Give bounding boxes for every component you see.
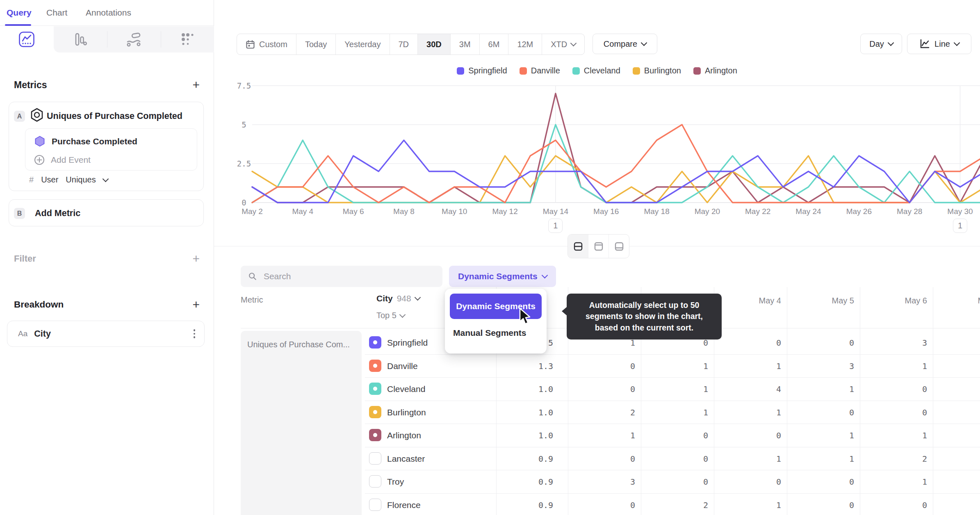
range-7d[interactable]: 7D <box>390 34 418 55</box>
chevron-down-icon <box>888 40 894 46</box>
segment-checkbox-lancaster[interactable] <box>369 452 381 465</box>
tab-annotations[interactable]: Annotations <box>86 8 131 18</box>
legend-swatch <box>520 67 527 75</box>
metric-cell-label: Uniques of Purchase Com... <box>247 340 350 349</box>
range-30d[interactable]: 30D <box>417 34 450 55</box>
column-header-may6: May 6 <box>874 296 927 305</box>
event-row[interactable]: Purchase Completed <box>34 135 137 148</box>
legend-swatch <box>693 67 701 75</box>
segment-name: Troy <box>387 477 404 487</box>
group-by-header[interactable]: City 948 <box>376 294 420 303</box>
layout-toggle-group <box>567 234 629 258</box>
measured-as-dropdown[interactable]: # User Uniques <box>29 175 108 185</box>
segment-name: Florence <box>387 500 421 510</box>
legend-label: Burlington <box>644 66 681 75</box>
segment-avg-value: 0.9 <box>496 454 553 464</box>
search-icon <box>248 271 257 281</box>
add-breakdown-plus-button[interactable]: + <box>192 299 200 311</box>
metric-column-header: Metric <box>241 295 263 305</box>
x-axis-label: May 20 <box>689 207 726 216</box>
annotation-chip[interactable]: 1 <box>953 219 967 233</box>
tab-chart[interactable]: Chart <box>46 8 67 18</box>
segment-day-value: 0 <box>582 500 635 510</box>
segment-checkbox-troy[interactable] <box>369 475 381 488</box>
chevron-down-icon <box>399 311 406 318</box>
segment-checkbox-florence[interactable] <box>369 499 381 511</box>
range-12m[interactable]: 12M <box>508 34 542 55</box>
legend-item-springfield[interactable]: Springfield <box>457 66 507 75</box>
segment-name: Burlington <box>387 408 426 417</box>
query-sidebar: Query Chart Annotations <box>0 0 214 515</box>
compare-button[interactable]: Compare <box>593 34 657 54</box>
chart-type-stickiness-button[interactable] <box>161 26 214 52</box>
chart-type-button[interactable]: Line <box>907 34 971 54</box>
chart-type-bar-button[interactable] <box>54 26 107 52</box>
add-event-label: Add Event <box>51 155 91 165</box>
layout-toggle-bottom-bar[interactable] <box>609 235 629 258</box>
segment-checkbox-cleveland[interactable] <box>369 383 381 395</box>
kebab-icon[interactable] <box>194 329 196 338</box>
tab-query[interactable]: Query <box>7 8 32 18</box>
metric-card-b[interactable]: B Add Metric <box>9 199 204 226</box>
x-axis-label: May 30 <box>941 207 978 216</box>
layout-toggle-split-horizontal[interactable] <box>568 235 588 258</box>
segment-avg-value: 1.0 <box>496 431 553 440</box>
metric-badge-b: B <box>14 208 25 219</box>
segment-day-value: 1 <box>801 454 854 464</box>
legend-label: Danville <box>531 66 560 75</box>
chart-type-flow-button[interactable] <box>107 26 160 52</box>
row-border <box>365 424 980 424</box>
top-filter-dropdown[interactable]: Top 5 <box>376 311 405 320</box>
metric-a-title[interactable]: Uniques of Purchase Completed <box>47 111 182 121</box>
hash-icon: # <box>29 175 34 185</box>
column-header-may5: May 5 <box>801 296 854 305</box>
search-input[interactable] <box>263 271 435 282</box>
app: Query Chart Annotations <box>0 0 980 515</box>
segment-day-value: 1 <box>655 408 708 417</box>
chart-legend: SpringfieldDanvilleClevelandBurlingtonAr… <box>214 66 980 75</box>
segment-day-value: 0 <box>801 338 854 348</box>
legend-item-danville[interactable]: Danville <box>520 66 560 75</box>
flow-icon <box>125 31 142 48</box>
layout-toggle-top-bar[interactable] <box>588 235 609 258</box>
segment-day-value: 1 <box>874 477 927 487</box>
segment-checkbox-danville[interactable] <box>369 360 381 372</box>
chevron-down-icon <box>641 40 647 46</box>
dropdown-option-manual-segments[interactable]: Manual Segments <box>453 328 526 338</box>
legend-item-burlington[interactable]: Burlington <box>633 66 681 75</box>
segment-mode-dropdown-trigger[interactable]: Dynamic Segments <box>449 266 556 287</box>
metric-cell-panel: Uniques of Purchase Com... <box>241 331 362 515</box>
segment-day-value: 1 <box>874 361 927 371</box>
breakdown-item-city[interactable]: Aa City <box>7 321 205 347</box>
filter-header: Filter + <box>14 253 200 265</box>
filter-title: Filter <box>14 253 36 264</box>
chart-type-line-button[interactable] <box>0 26 53 52</box>
segment-checkbox-burlington[interactable] <box>369 406 381 418</box>
row-border <box>365 377 980 378</box>
row-border <box>365 470 980 470</box>
range-3m[interactable]: 3M <box>450 34 479 55</box>
calendar-icon <box>246 40 255 49</box>
range-today[interactable]: Today <box>296 34 335 55</box>
segment-search[interactable] <box>241 266 442 287</box>
range-6m[interactable]: 6M <box>479 34 508 55</box>
segment-checkbox-springfield[interactable] <box>369 336 381 349</box>
range-xtd[interactable]: XTD <box>542 34 584 55</box>
legend-item-arlington[interactable]: Arlington <box>693 66 737 75</box>
metrics-header: Metrics + <box>14 79 200 91</box>
segment-checkbox-arlington[interactable] <box>369 429 381 441</box>
legend-label: Cleveland <box>584 66 620 75</box>
add-metric-plus-button[interactable]: + <box>192 79 200 91</box>
segment-avg-value: 1.3 <box>496 361 553 371</box>
segment-day-value: 1 <box>655 384 708 394</box>
add-filter-plus-button[interactable]: + <box>192 253 200 265</box>
legend-item-cleveland[interactable]: Cleveland <box>572 66 620 75</box>
add-event-row[interactable]: Add Event <box>34 154 91 166</box>
annotation-chip[interactable]: 1 <box>548 219 563 233</box>
legend-label: Springfield <box>468 66 507 75</box>
segment-day-value: 3 <box>801 361 854 371</box>
range-custom[interactable]: Custom <box>237 34 296 55</box>
range-yesterday[interactable]: Yesterday <box>335 34 389 55</box>
granularity-button[interactable]: Day <box>860 34 902 54</box>
row-border <box>365 493 980 494</box>
